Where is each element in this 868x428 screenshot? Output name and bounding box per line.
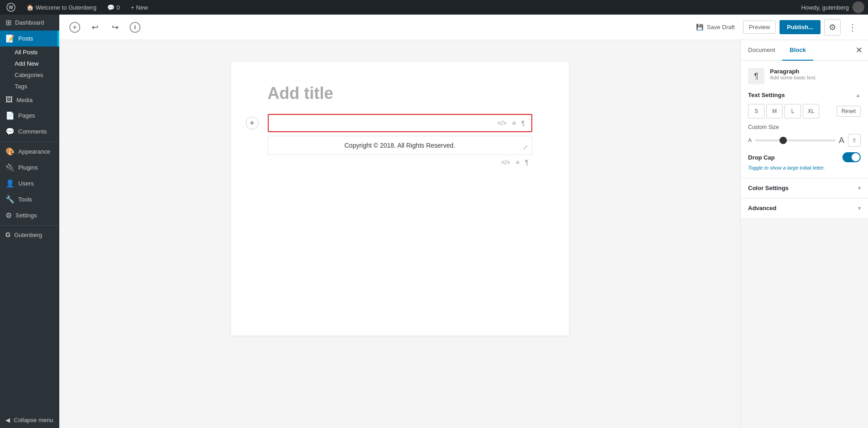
collapse-menu-btn[interactable]: ◀ Collapse menu: [0, 412, 59, 428]
preview-button[interactable]: Preview: [743, 21, 776, 34]
sidebar-divider-2: [0, 225, 59, 226]
post-title-input[interactable]: [268, 84, 532, 103]
size-slider-thumb[interactable]: [780, 137, 787, 144]
block-paragraph-btn[interactable]: ¶: [520, 119, 527, 128]
app-layout: ⊞ Dashboard 📝 Posts All Posts Add New Ca…: [0, 15, 868, 428]
block-type-desc: Add some basic text.: [770, 75, 861, 80]
reset-button[interactable]: Reset: [837, 106, 861, 117]
users-icon: 👤: [5, 179, 15, 188]
undo-icon: ↩: [92, 22, 99, 32]
size-btn-l[interactable]: L: [785, 104, 801, 119]
add-new-label: Add New: [15, 60, 39, 67]
sidebar-label-plugins: Plugins: [18, 164, 38, 171]
code-icon: </>: [498, 119, 507, 127]
sidebar-label-settings: Settings: [16, 212, 37, 219]
tab-document[interactable]: Document: [741, 40, 782, 61]
drop-cap-row: Drop Cap: [748, 152, 861, 162]
editor-content: + </> ≡: [231, 62, 569, 335]
sidebar-divider-1: [0, 141, 59, 142]
sidebar-label-posts: Posts: [18, 35, 33, 42]
sidebar-sub-add-new[interactable]: Add New: [0, 58, 59, 69]
wp-logo-btn[interactable]: W: [4, 0, 18, 15]
plus-icon: +: [131, 4, 135, 11]
custom-size-row: A A ⇧: [748, 134, 861, 147]
size-slider[interactable]: [755, 139, 835, 141]
sidebar-item-comments[interactable]: 💬 Comments: [0, 124, 59, 139]
gear-icon: ⚙: [829, 22, 836, 32]
block-type-info: Paragraph Add some basic text.: [770, 68, 861, 80]
toolbar-right: 💾 Save Draft Preview Publish... ⚙ ⋮: [691, 19, 861, 36]
tags-label: Tags: [15, 83, 27, 90]
undo-button[interactable]: ↩: [87, 19, 103, 36]
sidebar-item-users[interactable]: 👤 Users: [0, 175, 59, 191]
size-input-button[interactable]: ⇧: [848, 134, 861, 147]
sidebar-item-posts[interactable]: 📝 Posts: [0, 31, 59, 46]
save-draft-button[interactable]: 💾 Save Draft: [691, 21, 739, 33]
color-settings-label: Color Settings: [748, 185, 789, 191]
new-btn[interactable]: + New: [128, 0, 151, 15]
align-icon-2: ≡: [516, 159, 520, 166]
ellipsis-icon: ⋮: [848, 22, 857, 33]
redo-button[interactable]: ↪: [107, 19, 123, 36]
user-avatar[interactable]: [852, 1, 864, 13]
text-settings-section-header[interactable]: Text Settings ▲: [748, 92, 861, 98]
add-block-inline-button[interactable]: +: [246, 117, 259, 129]
sidebar-item-pages[interactable]: 📄 Pages: [0, 108, 59, 124]
size-btn-s[interactable]: S: [748, 104, 764, 119]
sidebar-item-gutenberg[interactable]: G Gutenberg: [0, 227, 59, 242]
block-1-input[interactable]: [273, 119, 492, 127]
block-2-code-btn[interactable]: </>: [499, 158, 512, 167]
howdy-text: Howdy, gutenberg: [801, 4, 849, 11]
more-options-button[interactable]: ⋮: [844, 19, 861, 36]
size-btn-xl[interactable]: XL: [803, 104, 819, 119]
sidebar-item-plugins[interactable]: 🔌 Plugins: [0, 160, 59, 175]
panel-body: ¶ Paragraph Add some basic text. Text Se…: [741, 61, 868, 178]
tab-block[interactable]: Block: [782, 40, 813, 61]
close-icon: ✕: [856, 46, 863, 55]
comments-icon: 💬: [107, 4, 114, 11]
editor-settings-button[interactable]: ⚙: [824, 19, 841, 36]
publish-button[interactable]: Publish...: [780, 20, 821, 34]
sidebar-item-media[interactable]: 🖼 Media: [0, 92, 59, 108]
block-type-row: ¶ Paragraph Add some basic text.: [748, 68, 861, 84]
editor-canvas[interactable]: + </> ≡: [59, 40, 740, 428]
block-code-btn[interactable]: </>: [496, 119, 509, 128]
panel-gray-area: [741, 218, 868, 428]
home-icon: 🏠: [26, 4, 34, 11]
collapse-icon: ◀: [5, 417, 10, 423]
code-icon-2: </>: [501, 159, 510, 166]
advanced-header[interactable]: Advanced ▾: [741, 198, 868, 218]
paragraph-icon-2: ¶: [525, 159, 529, 166]
site-name-btn[interactable]: 🏠 Welcome to Gutenberg: [24, 0, 99, 15]
block-2-align-btn[interactable]: ≡: [514, 158, 521, 167]
sidebar-sub-all-posts[interactable]: All Posts: [0, 46, 59, 58]
sidebar-item-tools[interactable]: 🔧 Tools: [0, 191, 59, 207]
add-block-button[interactable]: +: [67, 19, 83, 36]
panel-header: Document Block ✕: [741, 40, 868, 61]
block-2-paragraph[interactable]: Copyright © 2018. All Rights Reserved. ⤢: [268, 136, 532, 155]
info-button[interactable]: i: [127, 19, 143, 36]
sidebar-item-settings[interactable]: ⚙ Settings: [0, 207, 59, 223]
block-type-name: Paragraph: [770, 68, 861, 75]
panel-close-button[interactable]: ✕: [850, 41, 868, 59]
admin-bar-right: Howdy, gutenberg: [801, 1, 864, 13]
sidebar-item-dashboard[interactable]: ⊞ Dashboard: [0, 15, 59, 31]
sidebar-label-gutenberg: Gutenberg: [14, 232, 42, 238]
advanced-section: Advanced ▾: [741, 198, 868, 218]
tab-block-label: Block: [790, 46, 806, 53]
editor-toolbar: + ↩ ↪ i 💾 Save Draft Preview Publi: [59, 15, 868, 40]
block-align-btn[interactable]: ≡: [510, 119, 518, 128]
block-2-paragraph-btn[interactable]: ¶: [523, 158, 530, 167]
resize-icon[interactable]: ⤢: [523, 144, 528, 151]
color-settings-header[interactable]: Color Settings ▾: [741, 178, 868, 198]
sidebar-sub-tags[interactable]: Tags: [0, 81, 59, 92]
size-btn-m[interactable]: M: [766, 104, 783, 119]
text-settings-chevron: ▲: [855, 92, 861, 98]
sidebar-sub-categories[interactable]: Categories: [0, 69, 59, 81]
sidebar-item-appearance[interactable]: 🎨 Appearance: [0, 144, 59, 160]
sidebar-label-media: Media: [16, 97, 32, 103]
publish-label: Publish...: [787, 24, 813, 31]
drop-cap-toggle[interactable]: [842, 152, 861, 162]
comments-btn[interactable]: 💬 0: [104, 0, 122, 15]
block-1-wrapper[interactable]: </> ≡ ¶: [268, 114, 532, 132]
